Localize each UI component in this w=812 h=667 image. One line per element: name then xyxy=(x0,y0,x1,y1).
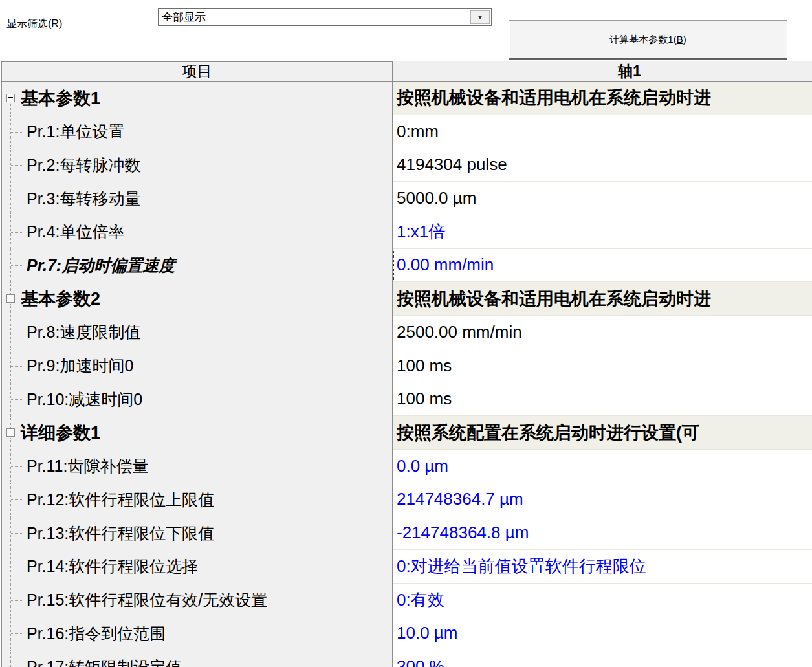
table-row: Pr.14:软件行程限位选择0:对进给当前值设置软件行程限位 xyxy=(2,550,812,584)
param-label: Pr.17:转矩限制设定值 xyxy=(27,657,182,667)
column-header-item: 项目 xyxy=(2,61,393,81)
param-label: Pr.9:加速时间0 xyxy=(27,355,133,377)
tree-branch-line xyxy=(11,265,22,266)
tree-collapse-icon[interactable] xyxy=(6,94,15,102)
param-label: Pr.12:软件行程限位上限值 xyxy=(27,489,214,510)
tree-connector-line xyxy=(10,304,11,316)
dropdown-arrow-button[interactable]: ▼ xyxy=(470,10,490,24)
param-label: Pr.10:减速时间0 xyxy=(27,389,142,410)
table-row: Pr.15:软件行程限位有效/无效设置0:有效 xyxy=(2,584,812,617)
param-name-cell[interactable]: Pr.13:软件行程限位下限值 xyxy=(2,516,393,550)
table-row: Pr.1:单位设置0:mm xyxy=(2,115,812,149)
param-value-cell[interactable]: 100 ms xyxy=(393,349,812,383)
tree-branch-line xyxy=(11,333,22,333)
table-row: 基本参数1按照机械设备和适用电机在系统启动时进 xyxy=(2,82,812,115)
param-value-cell[interactable]: 0.00 mm/min xyxy=(393,249,812,283)
section-label: 详细参数1 xyxy=(21,421,100,444)
param-value-cell[interactable]: -214748364.8 µm xyxy=(393,516,812,550)
tree-connector-line xyxy=(10,282,11,294)
param-value-cell[interactable]: 300 % xyxy=(393,650,812,667)
tree-branch-line xyxy=(11,533,22,534)
param-value-cell[interactable]: 2500.00 mm/min xyxy=(393,316,812,349)
param-name-cell[interactable]: Pr.17:转矩限制设定值 xyxy=(2,650,393,667)
param-value-cell[interactable]: 214748364.7 µm xyxy=(393,483,812,517)
param-name-cell[interactable]: 详细参数1 xyxy=(2,416,393,450)
param-value-cell[interactable]: 1:x1倍 xyxy=(393,215,812,249)
tree-connector-line xyxy=(10,438,11,450)
tree-branch-line xyxy=(11,399,22,400)
param-label: Pr.11:齿隙补偿量 xyxy=(27,455,148,477)
tree-collapse-icon[interactable] xyxy=(6,294,15,303)
table-row: Pr.3:每转移动量5000.0 µm xyxy=(2,182,812,215)
param-label: Pr.14:软件行程限位选择 xyxy=(27,556,198,577)
table-row: Pr.12:软件行程限位上限值214748364.7 µm xyxy=(2,483,812,517)
param-label: Pr.7:启动时偏置速度 xyxy=(27,255,175,276)
param-name-cell[interactable]: Pr.3:每转移动量 xyxy=(2,182,393,215)
tree-branch-line xyxy=(11,199,22,199)
param-label: Pr.15:软件行程限位有效/无效设置 xyxy=(27,589,267,611)
tree-connector-line xyxy=(10,104,11,115)
param-name-cell[interactable]: Pr.15:软件行程限位有效/无效设置 xyxy=(2,584,393,617)
param-value-cell[interactable]: 0:mm xyxy=(393,115,812,149)
table-row: Pr.4:单位倍率1:x1倍 xyxy=(2,215,812,249)
section-label: 基本参数1 xyxy=(21,87,100,110)
param-name-cell[interactable]: Pr.14:软件行程限位选择 xyxy=(2,550,393,584)
table-row: Pr.11:齿隙补偿量0.0 µm xyxy=(2,450,812,483)
param-name-cell[interactable]: Pr.2:每转脉冲数 xyxy=(2,148,393,182)
param-label: Pr.1:单位设置 xyxy=(27,121,124,142)
table-row: Pr.13:软件行程限位下限值-214748364.8 µm xyxy=(2,516,812,550)
table-row: Pr.7:启动时偏置速度0.00 mm/min xyxy=(2,249,812,283)
parameter-table: 项目 轴1 基本参数1按照机械设备和适用电机在系统启动时进Pr.1:单位设置0:… xyxy=(1,61,812,667)
table-row: Pr.17:转矩限制设定值300 % xyxy=(2,650,812,667)
param-value-cell[interactable]: 100 ms xyxy=(393,382,812,416)
param-name-cell[interactable]: Pr.16:指令到位范围 xyxy=(2,617,393,651)
display-filter-selected-value: 全部显示 xyxy=(162,9,472,25)
table-row: Pr.9:加速时间0100 ms xyxy=(2,349,812,383)
calculate-basic-params-button[interactable]: 计算基本参数1(B) xyxy=(509,20,787,60)
param-name-cell[interactable]: Pr.9:加速时间0 xyxy=(2,349,393,383)
tree-branch-line xyxy=(11,499,22,500)
param-name-cell[interactable]: Pr.4:单位倍率 xyxy=(2,215,393,249)
display-filter-label: 显示筛选(R) xyxy=(6,17,62,31)
section-description-cell[interactable]: 按照机械设备和适用电机在系统启动时进 xyxy=(393,82,812,115)
tree-branch-line xyxy=(11,132,22,133)
table-row: Pr.10:减速时间0100 ms xyxy=(2,382,812,416)
param-value-cell[interactable]: 0:有效 xyxy=(393,584,812,617)
tree-collapse-icon[interactable] xyxy=(6,428,15,437)
param-label: Pr.8:速度限制值 xyxy=(27,322,140,343)
tree-branch-line xyxy=(11,600,22,601)
param-label: Pr.3:每转移动量 xyxy=(27,188,140,210)
display-filter-dropdown[interactable]: 全部显示 ▼ xyxy=(158,8,492,26)
tree-branch-line xyxy=(11,567,22,567)
table-body: 基本参数1按照机械设备和适用电机在系统启动时进Pr.1:单位设置0:mmPr.2… xyxy=(2,82,812,667)
param-name-cell[interactable]: Pr.12:软件行程限位上限值 xyxy=(2,483,393,517)
param-value-cell[interactable]: 0:对进给当前值设置软件行程限位 xyxy=(393,550,812,584)
tree-branch-line xyxy=(11,466,22,467)
table-row: Pr.16:指令到位范围10.0 µm xyxy=(2,617,812,651)
section-description-cell[interactable]: 按照系统配置在系统启动时进行设置(可 xyxy=(393,416,812,450)
chevron-down-icon: ▼ xyxy=(477,14,483,21)
table-row: 基本参数2按照机械设备和适用电机在系统启动时进 xyxy=(2,282,812,316)
param-value-cell[interactable]: 5000.0 µm xyxy=(393,182,812,215)
param-value-cell[interactable]: 0.0 µm xyxy=(393,450,812,483)
param-name-cell[interactable]: Pr.7:启动时偏置速度 xyxy=(2,249,393,283)
param-name-cell[interactable]: Pr.1:单位设置 xyxy=(2,115,393,149)
param-label: Pr.2:每转脉冲数 xyxy=(27,155,140,176)
param-label: Pr.4:单位倍率 xyxy=(27,221,124,243)
table-row: 详细参数1按照系统配置在系统启动时进行设置(可 xyxy=(2,416,812,450)
tree-branch-line xyxy=(11,633,22,634)
param-value-cell[interactable]: 10.0 µm xyxy=(393,617,812,651)
tree-branch-line xyxy=(11,165,22,166)
tree-branch-line xyxy=(11,366,22,367)
param-label: Pr.13:软件行程限位下限值 xyxy=(27,523,214,544)
param-name-cell[interactable]: 基本参数2 xyxy=(2,282,393,316)
param-name-cell[interactable]: 基本参数1 xyxy=(2,82,393,115)
table-row: Pr.2:每转脉冲数4194304 pulse xyxy=(2,148,812,182)
param-name-cell[interactable]: Pr.11:齿隙补偿量 xyxy=(2,450,393,483)
param-value-cell[interactable]: 4194304 pulse xyxy=(393,148,812,182)
section-description-cell[interactable]: 按照机械设备和适用电机在系统启动时进 xyxy=(393,282,812,316)
param-name-cell[interactable]: Pr.8:速度限制值 xyxy=(2,316,393,349)
param-name-cell[interactable]: Pr.10:减速时间0 xyxy=(2,382,393,416)
tree-connector-line xyxy=(10,416,11,428)
param-label: Pr.16:指令到位范围 xyxy=(27,623,166,644)
